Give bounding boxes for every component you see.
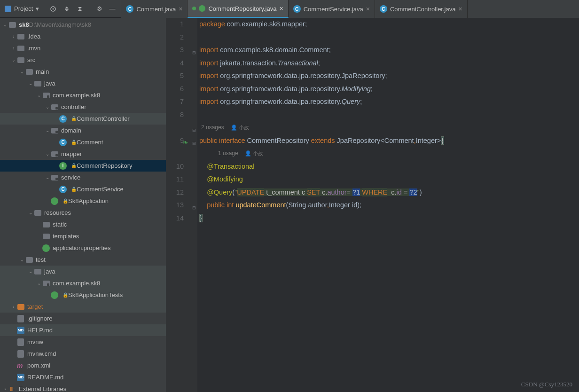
code-area[interactable]: package com.example.sk8.mapper; import c… bbox=[197, 18, 579, 392]
tree-item[interactable]: ⌄ controller bbox=[0, 101, 166, 113]
project-icon bbox=[5, 6, 11, 12]
tree-item[interactable]: .gitignore bbox=[0, 313, 166, 324]
tree-root[interactable]: ⌄sk8 D:\Maven\xiangmo\sk8 bbox=[0, 19, 166, 31]
chevron-icon[interactable]: ⌄ bbox=[27, 269, 34, 274]
class-icon: C bbox=[380, 5, 387, 13]
editor-tab[interactable]: CCommentController.java× bbox=[375, 0, 468, 18]
fold-icon[interactable]: ⊟ bbox=[192, 137, 196, 150]
tree-item-label: Sk8Application bbox=[68, 197, 109, 204]
chevron-icon[interactable]: ⌄ bbox=[44, 128, 51, 133]
chevron-icon[interactable]: › bbox=[10, 46, 17, 51]
tree-item[interactable]: › target bbox=[0, 301, 166, 313]
tree-item[interactable]: static bbox=[0, 219, 166, 230]
tree-item[interactable]: C🔒 CommentController bbox=[0, 113, 166, 125]
chevron-icon[interactable]: ⌄ bbox=[27, 210, 34, 215]
library-icon: ⊪ bbox=[8, 385, 16, 392]
tree-item[interactable]: ⌄ src bbox=[0, 54, 166, 66]
tree-item[interactable]: 🔒 Sk8ApplicationTests bbox=[0, 289, 166, 301]
tree-item[interactable]: m pom.xml bbox=[0, 360, 166, 371]
tree-item-label: domain bbox=[61, 127, 81, 134]
chevron-icon[interactable]: ⌄ bbox=[19, 69, 25, 74]
chevron-icon[interactable]: ⌄ bbox=[19, 257, 25, 262]
tree-item-path: D:\Maven\xiangmo\sk8 bbox=[29, 21, 91, 28]
chevron-icon[interactable]: ⌄ bbox=[44, 175, 51, 180]
tree-item[interactable]: ⌄ main bbox=[0, 66, 166, 78]
tree-item[interactable]: MD HELP.md bbox=[0, 324, 166, 336]
tree-item-label: templates bbox=[53, 233, 79, 240]
editor-tab[interactable]: CommentRepository.java× bbox=[188, 0, 288, 18]
lock-icon: 🔒 bbox=[71, 116, 77, 121]
code-editor[interactable]: 1234567891011121314❧ ⊟⊟⊟⊟ package com.ex… bbox=[166, 18, 579, 392]
fold-icon[interactable]: ⊟ bbox=[192, 47, 196, 60]
select-opened-icon[interactable] bbox=[49, 5, 57, 13]
tree-item[interactable]: C🔒 CommentService bbox=[0, 183, 166, 195]
tree-item[interactable]: templates bbox=[0, 230, 166, 242]
interface-icon bbox=[199, 5, 205, 12]
tree-item[interactable]: ⌄ com.example.sk8 bbox=[0, 89, 166, 101]
package-icon bbox=[51, 150, 58, 158]
close-icon[interactable]: × bbox=[279, 5, 283, 12]
tree-item[interactable]: ⌄ com.example.sk8 bbox=[0, 277, 166, 289]
minimize-icon[interactable]: — bbox=[109, 5, 115, 12]
collapse-all-icon[interactable] bbox=[77, 6, 83, 12]
folder-icon bbox=[34, 268, 41, 275]
fold-icon[interactable]: ⊟ bbox=[192, 124, 196, 137]
line-number: 8 bbox=[166, 109, 184, 122]
expand-all-icon[interactable] bbox=[63, 6, 70, 12]
chevron-icon[interactable]: ⌄ bbox=[36, 281, 42, 286]
tree-item[interactable]: › .idea bbox=[0, 31, 166, 42]
tree-item[interactable]: ⌄ resources bbox=[0, 207, 166, 219]
tree-item[interactable]: C🔒 Comment bbox=[0, 136, 166, 148]
spring-icon bbox=[42, 244, 50, 252]
tree-item[interactable]: application.properties bbox=[0, 242, 166, 254]
tree-item-label: Sk8ApplicationTests bbox=[68, 291, 123, 298]
chevron-icon[interactable]: ⌄ bbox=[27, 81, 34, 86]
chevron-icon[interactable]: ⌄ bbox=[44, 104, 51, 110]
folder-icon bbox=[8, 21, 16, 29]
external-libraries[interactable]: ›⊪ External Libraries bbox=[0, 383, 166, 392]
close-icon[interactable]: × bbox=[366, 5, 370, 13]
tree-item[interactable]: ⌄ mapper bbox=[0, 148, 166, 160]
usage-hint[interactable]: 1 usage👤 小故 bbox=[199, 147, 579, 160]
tree-item[interactable]: ⌄ java bbox=[0, 78, 166, 89]
close-icon[interactable]: × bbox=[179, 5, 182, 13]
line-number bbox=[166, 147, 184, 160]
maven-icon: m bbox=[17, 362, 24, 369]
tree-item[interactable]: mvnw bbox=[0, 336, 166, 348]
chevron-icon[interactable]: › bbox=[10, 34, 17, 39]
project-toolbar: ⚙ — bbox=[44, 0, 121, 17]
tree-item[interactable]: MD README.md bbox=[0, 371, 166, 383]
line-number: 13 bbox=[166, 199, 184, 212]
usage-hint[interactable]: 2 usages👤 小故 bbox=[199, 121, 579, 134]
tree-item[interactable]: ⌄ service bbox=[0, 172, 166, 183]
package-icon bbox=[51, 174, 58, 181]
tree-item-label: com.example.sk8 bbox=[53, 280, 100, 287]
folder-icon bbox=[42, 233, 50, 240]
editor-tab[interactable]: CComment.java× bbox=[121, 0, 188, 18]
line-number: 1 bbox=[166, 18, 184, 31]
chevron-icon[interactable]: ⌄ bbox=[44, 151, 51, 157]
spring-leaf-icon: ❧ bbox=[182, 136, 188, 149]
tree-item[interactable]: ⌄ java bbox=[0, 266, 166, 277]
editor-tab[interactable]: CCommentService.java× bbox=[289, 0, 375, 18]
svg-point-1 bbox=[53, 8, 54, 9]
tree-item[interactable]: mvnw.cmd bbox=[0, 348, 166, 360]
tree-item[interactable]: 🔒 Sk8Application bbox=[0, 195, 166, 207]
chevron-icon[interactable]: ⌄ bbox=[36, 93, 42, 98]
tree-item[interactable]: I🔒 CommentRepository bbox=[0, 160, 166, 172]
project-tree[interactable]: ⌄sk8 D:\Maven\xiangmo\sk8› .idea› .mvn⌄ … bbox=[0, 18, 166, 392]
project-dropdown[interactable]: Project ▾ bbox=[0, 0, 44, 17]
modified-icon bbox=[192, 7, 196, 10]
fold-icon[interactable]: ⊟ bbox=[192, 202, 196, 215]
tree-item[interactable]: ⌄ test bbox=[0, 254, 166, 266]
tree-item[interactable]: ⌄ domain bbox=[0, 125, 166, 136]
chevron-icon[interactable]: › bbox=[10, 304, 17, 309]
tree-item[interactable]: › .mvn bbox=[0, 42, 166, 54]
package-icon bbox=[42, 280, 50, 287]
tree-item-label: CommentRepository bbox=[77, 162, 133, 169]
fold-column[interactable]: ⊟⊟⊟⊟ bbox=[192, 18, 197, 392]
close-icon[interactable]: × bbox=[458, 5, 462, 13]
folder-icon bbox=[34, 80, 41, 87]
chevron-icon[interactable]: ⌄ bbox=[10, 57, 17, 63]
gear-icon[interactable]: ⚙ bbox=[97, 5, 102, 12]
